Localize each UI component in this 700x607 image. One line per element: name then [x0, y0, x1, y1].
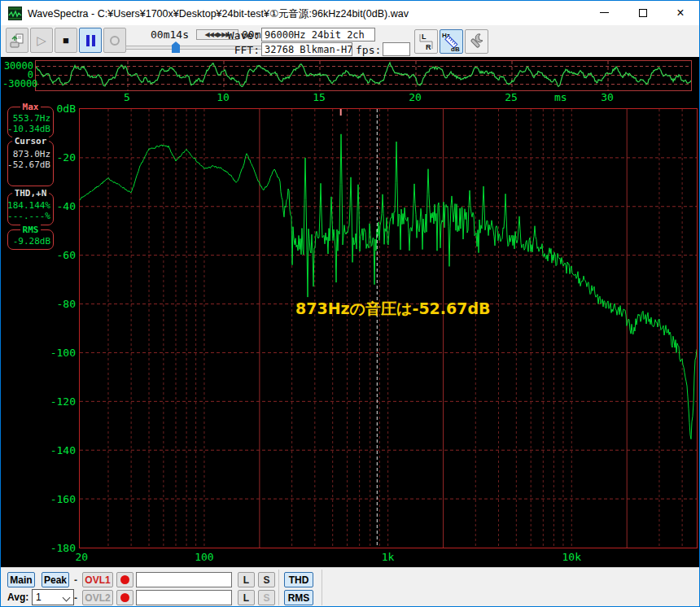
thd-readout-label: THD,+N: [12, 188, 50, 199]
ovl2-color-button[interactable]: [116, 590, 133, 605]
elapsed-time: 00m14s: [151, 28, 189, 41]
avg-value: 1: [36, 592, 42, 603]
pause-button[interactable]: [79, 28, 102, 53]
ovl1-file-input[interactable]: [136, 572, 232, 587]
thd-button[interactable]: THD: [284, 572, 313, 587]
display-area: 300000-30000 51015202530 ms Max 553.7Hz …: [1, 57, 699, 567]
rms-value: -9.28dB: [13, 236, 50, 247]
avg-label: Avg:: [7, 592, 28, 603]
wave-format-value: 96000Hz 24bit 2ch: [261, 28, 375, 41]
ovl2-file-input[interactable]: [136, 590, 232, 605]
ovl2-load-button[interactable]: L: [238, 590, 255, 605]
close-icon: ×: [676, 7, 684, 20]
ovl2-button[interactable]: OVL2: [82, 590, 113, 605]
cursor-readout-label: Cursor: [12, 136, 50, 146]
db-axis-label: -80: [43, 298, 76, 310]
db-axis-label: -100: [43, 347, 76, 359]
waveform-tick-label: 5: [119, 91, 135, 103]
statusbar-separator-2: [322, 570, 322, 605]
record-icon: [110, 36, 120, 46]
record-button[interactable]: [103, 28, 126, 53]
rms-readout-label: RMS: [20, 225, 42, 235]
waveform-tick-label: 10: [215, 91, 231, 103]
play-icon: ▷: [37, 33, 46, 48]
main-button[interactable]: Main: [7, 572, 35, 587]
ovl2-save-button[interactable]: S: [258, 590, 275, 605]
hz-db-axis-button[interactable]: Hz dB: [440, 29, 463, 54]
status-bar: Main Peak - OVL1 L S THD Avg: 1 - OVL2 L…: [1, 567, 699, 607]
dash-2: -: [74, 592, 77, 604]
statusbar-separator-1: [278, 570, 279, 605]
dash-1: -: [74, 574, 77, 586]
chevron-down-icon: [63, 594, 71, 602]
title-bar[interactable]: WaveSpectra - C:¥Users¥1700x¥Desktop¥24b…: [1, 1, 699, 25]
ovl1-button[interactable]: OVL1: [82, 572, 113, 587]
rms-button[interactable]: RMS: [284, 590, 313, 605]
freq-axis-label: 100: [191, 551, 217, 563]
waveform-scale-label: -30000: [2, 78, 33, 90]
svg-text:R: R: [426, 43, 431, 51]
slider-thumb[interactable]: [172, 41, 180, 53]
toolbar: ▷ ■ 00m14s ◀◀◀▶▶▶ 00m39s Wave: 96000Hz 2…: [1, 25, 699, 57]
ovl1-load-button[interactable]: L: [238, 572, 255, 587]
db-axis-label: 0dB: [43, 103, 76, 115]
settings-button[interactable]: [465, 29, 488, 54]
wavespectra-window: WaveSpectra - C:¥Users¥1700x¥Desktop¥24b…: [0, 0, 700, 607]
waveform-plot: [36, 61, 691, 90]
close-button[interactable]: ×: [662, 1, 699, 24]
fps-label: fps:: [356, 44, 380, 56]
spectrum-panel: [79, 108, 698, 548]
hz-db-axis-icon: Hz dB: [440, 30, 462, 53]
spectrum-plot[interactable]: [80, 109, 697, 548]
db-axis-label: -20: [43, 151, 76, 164]
wave-label: Wave:: [221, 29, 260, 41]
max-level: -10.34dB: [7, 124, 50, 134]
cursor-annotation: 873Hzの音圧は-52.67dB: [295, 299, 491, 320]
open-file-icon: [9, 33, 25, 49]
lr-channel-button[interactable]: L R: [414, 29, 438, 54]
fps-value: [383, 42, 410, 56]
freq-axis-label: 20: [68, 551, 94, 563]
app-icon: [8, 7, 22, 20]
db-axis-label: -40: [43, 200, 76, 212]
stop-button[interactable]: ■: [55, 28, 77, 53]
ovl2-color-dot: [120, 593, 129, 602]
peak-button[interactable]: Peak: [42, 572, 69, 587]
waveform-unit-label: ms: [554, 91, 575, 103]
minimize-icon: [600, 12, 609, 13]
waveform-panel: [35, 60, 692, 91]
waveform-tick-label: 30: [599, 91, 615, 103]
cursor-readout: Cursor 873.0Hz -52.67dB: [7, 141, 54, 186]
waveform-tick-label: 20: [407, 91, 423, 103]
waveform-tick-label: 15: [311, 91, 327, 103]
play-button[interactable]: ▷: [30, 28, 53, 53]
ovl1-color-dot: [120, 575, 129, 584]
db-axis-label: -120: [43, 395, 76, 408]
lr-channel-icon: L R: [415, 30, 437, 53]
fft-value: 32768 Blkman-H7: [261, 42, 352, 56]
minimize-button[interactable]: [585, 1, 623, 24]
rms-readout: RMS -9.28dB: [7, 229, 54, 250]
maximize-icon: [639, 9, 647, 17]
maximize-button[interactable]: [624, 1, 662, 24]
window-title: WaveSpectra - C:¥Users¥1700x¥Desktop¥24b…: [28, 7, 409, 21]
avg-select[interactable]: 1: [32, 589, 74, 605]
ovl1-color-button[interactable]: [116, 572, 133, 587]
db-axis-label: -60: [43, 249, 76, 261]
svg-text:L: L: [422, 33, 427, 41]
freq-axis-label: 1k: [375, 551, 401, 563]
fft-label: FFT:: [221, 44, 260, 56]
wrench-icon: [466, 30, 488, 53]
stop-icon: ■: [63, 34, 69, 46]
max-readout-label: Max: [20, 102, 42, 112]
pause-icon: [86, 35, 95, 46]
ovl1-save-button[interactable]: S: [258, 572, 275, 587]
open-file-button[interactable]: [6, 28, 28, 53]
svg-text:dB: dB: [451, 46, 460, 53]
waveform-tick-label: 25: [503, 91, 519, 103]
db-axis-label: -140: [43, 444, 76, 456]
db-axis-label: -160: [43, 493, 76, 505]
freq-axis-label: 10k: [558, 551, 584, 563]
